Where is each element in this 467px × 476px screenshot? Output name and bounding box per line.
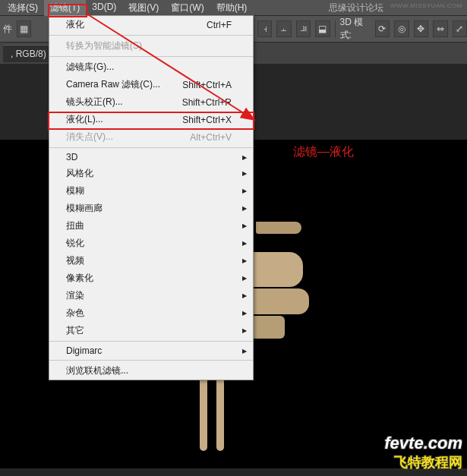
menu-label: 扭曲	[66, 219, 84, 232]
menu-shortcut: Ctrl+F	[207, 20, 232, 30]
menu-liquify[interactable]: 液化(L)... Shift+Ctrl+X	[49, 111, 253, 128]
menu-shortcut: Shift+Ctrl+R	[182, 97, 232, 108]
menu-window[interactable]: 窗口(W)	[165, 0, 210, 16]
menu-camera-raw[interactable]: Camera Raw 滤镜(C)... Shift+Ctrl+A	[49, 76, 253, 93]
menu-browse-online[interactable]: 浏览联机滤镜...	[49, 362, 253, 380]
menu-3d-submenu[interactable]: 3D ▶	[49, 150, 253, 165]
menu-label: 3D	[66, 152, 77, 162]
menu-digimarc-submenu[interactable]: Digimarc ▶	[49, 343, 253, 358]
menu-label: 滤镜库(G)...	[66, 61, 114, 74]
site-logo: fevte.com 飞特教程网	[384, 433, 462, 471]
align-icon-3[interactable]: ⫠	[276, 20, 291, 37]
3d-mode-label: 3D 模式:	[340, 16, 371, 42]
menu-other-submenu[interactable]: 其它 ▶	[49, 322, 253, 339]
menu-video-submenu[interactable]: 视频 ▶	[49, 252, 253, 270]
3d-slide-icon[interactable]: ⇔	[433, 20, 447, 37]
file-label: 件	[3, 23, 12, 36]
menu-blur-gallery-submenu[interactable]: 模糊画廊 ▶	[49, 200, 253, 217]
menu-label: 模糊画廊	[66, 202, 103, 215]
menu-separator	[49, 56, 253, 57]
menu-separator	[49, 35, 253, 36]
menu-label: 液化(L)...	[66, 113, 103, 126]
menu-label: 模糊	[66, 184, 84, 197]
distribute-icon-1[interactable]: ⫡	[296, 20, 311, 37]
menu-label: Camera Raw 滤镜(C)...	[66, 78, 160, 91]
menu-render-submenu[interactable]: 渲染 ▶	[49, 287, 253, 304]
dog-head	[256, 222, 301, 234]
menu-stylize-submenu[interactable]: 风格化 ▶	[49, 165, 253, 182]
menu-label: 渲染	[66, 289, 84, 302]
submenu-arrow-icon: ▶	[242, 275, 247, 282]
menu-distort-submenu[interactable]: 扭曲 ▶	[49, 217, 253, 235]
menu-help[interactable]: 帮助(H)	[210, 0, 254, 16]
submenu-arrow-icon: ▶	[242, 170, 247, 177]
menu-separator	[49, 360, 253, 361]
3d-scale-icon[interactable]: ⤢	[453, 20, 467, 37]
3d-roll-icon[interactable]: ◎	[394, 20, 409, 37]
submenu-arrow-icon: ▶	[242, 188, 247, 194]
3d-pan-icon[interactable]: ✥	[414, 20, 428, 37]
menu-noise-submenu[interactable]: 杂色 ▶	[49, 304, 253, 322]
menu-separator	[49, 341, 253, 342]
menu-lens-correction[interactable]: 镜头校正(R)... Shift+Ctrl+R	[49, 93, 253, 111]
submenu-arrow-icon: ▶	[242, 327, 247, 334]
watermark-forum: 思缘设计论坛	[329, 2, 383, 14]
menu-label: 其它	[66, 324, 84, 337]
menu-last-filter[interactable]: 液化 Ctrl+F	[49, 16, 253, 33]
menubar: 选择(S) 滤镜(T) 3D(D) 视图(V) 窗口(W) 帮助(H) 思缘设计…	[0, 0, 467, 15]
menu-label: 像素化	[66, 272, 93, 285]
menu-3d[interactable]: 3D(D)	[86, 0, 122, 16]
menu-label: 镜头校正(R)...	[66, 96, 123, 109]
menu-view[interactable]: 视图(V)	[122, 0, 165, 16]
menu-shortcut: Shift+Ctrl+A	[182, 80, 232, 90]
menu-label: 消失点(V)...	[66, 131, 113, 143]
menu-shortcut: Alt+Ctrl+V	[190, 132, 232, 143]
menu-vanishing-point: 消失点(V)... Alt+Ctrl+V	[49, 128, 253, 146]
separator	[335, 20, 336, 37]
menu-label: 浏览联机滤镜...	[66, 364, 128, 377]
annotation-text: 滤镜—液化	[293, 144, 354, 160]
menu-label: 锐化	[66, 237, 84, 250]
menu-select[interactable]: 选择(S)	[2, 0, 44, 16]
menu-label: 视频	[66, 254, 84, 267]
menu-label: 杂色	[66, 307, 84, 320]
menu-blur-submenu[interactable]: 模糊 ▶	[49, 182, 253, 200]
submenu-arrow-icon: ▶	[242, 222, 247, 229]
menu-convert-smart-filter: 转换为智能滤镜(S)	[49, 37, 253, 55]
logo-sub: 飞特教程网	[384, 453, 462, 471]
logo-main: fevte.com	[384, 433, 462, 453]
submenu-arrow-icon: ▶	[242, 257, 247, 264]
menu-filter[interactable]: 滤镜(T)	[44, 0, 86, 16]
filter-dropdown: 液化 Ctrl+F 转换为智能滤镜(S) 滤镜库(G)... Camera Ra…	[49, 15, 254, 380]
menu-separator	[49, 147, 253, 148]
submenu-arrow-icon: ▶	[242, 348, 247, 355]
menu-label: 风格化	[66, 167, 93, 180]
menu-filter-gallery[interactable]: 滤镜库(G)...	[49, 58, 253, 76]
menu-label: 转换为智能滤镜(S)	[66, 39, 142, 52]
menu-label: 液化	[66, 18, 84, 31]
menu-shortcut: Shift+Ctrl+X	[182, 115, 232, 125]
menu-sharpen-submenu[interactable]: 锐化 ▶	[49, 235, 253, 252]
3d-orbit-icon[interactable]: ⟳	[375, 20, 390, 37]
submenu-arrow-icon: ▶	[242, 310, 247, 317]
grid-icon[interactable]: ▦	[17, 20, 31, 37]
distribute-icon-2[interactable]: ⬓	[315, 20, 330, 37]
align-icon-2[interactable]: ⫞	[257, 20, 272, 37]
menu-label: Digimarc	[66, 345, 102, 356]
submenu-arrow-icon: ▶	[242, 205, 247, 212]
submenu-arrow-icon: ▶	[242, 292, 247, 299]
menu-pixelate-submenu[interactable]: 像素化 ▶	[49, 270, 253, 287]
menu-items: 选择(S) 滤镜(T) 3D(D) 视图(V) 窗口(W) 帮助(H)	[0, 0, 253, 16]
submenu-arrow-icon: ▶	[242, 154, 247, 161]
submenu-arrow-icon: ▶	[242, 240, 247, 247]
watermark-url: WWW.MISSYUAN.COM	[390, 2, 462, 9]
